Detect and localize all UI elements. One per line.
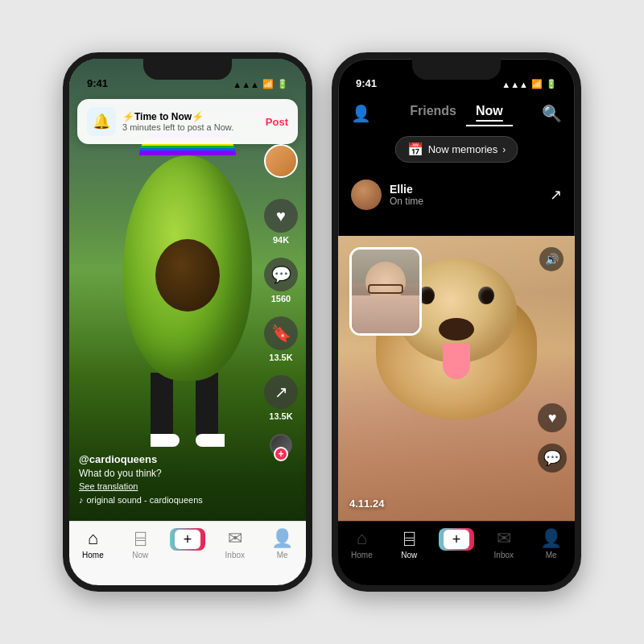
signal-icon-2: ▲▲▲ xyxy=(502,80,528,89)
photo-comment-button[interactable]: 💬 xyxy=(538,444,567,473)
notch-2 xyxy=(412,59,501,80)
status-time-2: 9:41 xyxy=(356,77,377,89)
video-sound-info: ♪ original sound - cardioqueens xyxy=(79,495,250,505)
nav-home-2[interactable]: ⌂ Home xyxy=(341,528,382,559)
notification-banner[interactable]: 🔔 ⚡Time to Now⚡ 3 minutes left to post a… xyxy=(77,99,298,144)
selfie-corner-photo xyxy=(349,247,422,336)
inbox-icon: ✉ xyxy=(228,528,242,549)
active-tab-underline xyxy=(476,120,503,122)
bottom-nav-1: ⌂ Home ⌸ Now + ✉ Inbox 👤 Me xyxy=(69,521,306,585)
creator-avatar-btn[interactable]: + xyxy=(264,144,298,178)
main-photo: 🔊 4.11.24 ♥ 💬 xyxy=(338,236,575,521)
video-info: @cardioqueens What do you think? See tra… xyxy=(79,453,250,505)
video-description: What do you think? xyxy=(79,468,250,479)
tab-friends[interactable]: Friends xyxy=(400,101,466,126)
friend-post-status: On time xyxy=(390,196,423,207)
bookmark-icon: 🔖 xyxy=(264,316,298,350)
leg-right xyxy=(196,373,218,437)
share-post-icon[interactable]: ↗ xyxy=(550,186,562,204)
me-label: Me xyxy=(277,551,288,559)
dog-eye-right xyxy=(478,287,494,304)
dog-nose xyxy=(439,318,474,341)
leg-left xyxy=(151,373,173,437)
now-label-2: Now xyxy=(401,551,417,559)
volume-icon[interactable]: 🔊 xyxy=(539,247,564,271)
friend-header: Ellie On time ↗ xyxy=(338,171,575,218)
me-icon-2: 👤 xyxy=(540,528,562,549)
creator-avatar xyxy=(264,144,298,178)
inbox-icon-2: ✉ xyxy=(497,528,511,549)
sound-name: original sound - cardioqueens xyxy=(87,495,203,505)
nav-home[interactable]: ⌂ Home xyxy=(72,528,113,559)
inbox-label-2: Inbox xyxy=(494,551,514,559)
now-icon: ⌸ xyxy=(135,528,146,549)
home-icon: ⌂ xyxy=(88,528,98,549)
friend-avatar xyxy=(351,180,382,210)
phone-1: 9:41 ▲▲▲ 📶 🔋 xyxy=(63,52,312,592)
nav-me-2[interactable]: 👤 Me xyxy=(531,528,572,559)
now-memories-button[interactable]: 📅 Now memories › xyxy=(395,136,518,163)
add-friend-icon[interactable]: 👤 xyxy=(351,104,371,123)
nav-inbox-2[interactable]: ✉ Inbox xyxy=(484,528,524,559)
comment-count: 1560 xyxy=(271,294,291,303)
friends-tab-label: Friends xyxy=(410,104,456,118)
post-now-button[interactable]: Post xyxy=(266,116,288,128)
shoe-left xyxy=(151,434,180,447)
selfie-body xyxy=(352,295,419,333)
now-tab-label: Now xyxy=(476,104,503,118)
calendar-icon: 📅 xyxy=(407,142,423,157)
share-button[interactable]: ↗ 13.5K xyxy=(264,375,298,421)
selfie-glasses xyxy=(368,284,403,294)
like-button[interactable]: ♥ 94K xyxy=(264,199,298,245)
avocado-figure xyxy=(107,123,268,477)
video-username: @cardioqueens xyxy=(79,453,250,465)
dog-tongue xyxy=(443,344,470,379)
phone-2: 9:41 ▲▲▲ 📶 🔋 👤 Friends Now 🔍 📅 Now memor… xyxy=(332,52,581,592)
avocado-body xyxy=(123,155,252,381)
top-nav-2: 👤 Friends Now 🔍 xyxy=(338,94,575,133)
shoe-right xyxy=(196,434,225,447)
friend-post-section: Ellie On time ↗ xyxy=(338,171,575,521)
battery-icon-1: 🔋 xyxy=(277,79,288,89)
share-icon: ↗ xyxy=(264,375,298,409)
friend-info: Ellie On time xyxy=(351,180,423,210)
nav-tabs: Friends Now xyxy=(400,101,513,126)
nav-plus[interactable]: + xyxy=(167,528,208,551)
now-icon-2: ⌸ xyxy=(404,528,415,549)
photo-like-button[interactable]: ♥ xyxy=(538,403,567,432)
nav-me[interactable]: 👤 Me xyxy=(262,528,303,559)
nav-plus-2[interactable]: + xyxy=(436,528,477,551)
status-icons-1: ▲▲▲ 📶 🔋 xyxy=(233,79,288,89)
home-label: Home xyxy=(82,551,104,559)
me-icon: 👤 xyxy=(271,528,293,549)
search-icon-2[interactable]: 🔍 xyxy=(542,104,562,123)
avocado-legs xyxy=(107,373,268,447)
tab-now[interactable]: Now xyxy=(466,101,513,126)
nav-now-2[interactable]: ⌸ Now xyxy=(389,528,429,559)
see-translation-link[interactable]: See translation xyxy=(79,481,250,491)
friend-name-block: Ellie On time xyxy=(390,183,423,207)
bookmark-count: 13.5K xyxy=(269,353,292,362)
like-count: 94K xyxy=(273,235,289,245)
bookmark-button[interactable]: 🔖 13.5K xyxy=(264,316,298,362)
photo-area: 🔊 4.11.24 ♥ 💬 xyxy=(338,236,575,521)
plus-button-2[interactable]: + xyxy=(439,528,474,551)
status-icons-2: ▲▲▲ 📶 🔋 xyxy=(502,79,557,89)
me-label-2: Me xyxy=(546,551,557,559)
now-label: Now xyxy=(132,551,148,559)
follow-plus-icon: + xyxy=(274,447,288,461)
like-icon: ♥ xyxy=(264,199,298,233)
comment-button[interactable]: 💬 1560 xyxy=(264,258,298,303)
nav-now[interactable]: ⌸ Now xyxy=(120,528,160,559)
battery-icon-2: 🔋 xyxy=(546,79,557,89)
notch-1 xyxy=(143,59,232,80)
home-label-2: Home xyxy=(351,551,373,559)
status-time-1: 9:41 xyxy=(87,77,108,89)
photo-actions: ♥ 💬 xyxy=(538,403,567,473)
bottom-nav-2: ⌂ Home ⌸ Now + ✉ Inbox 👤 Me xyxy=(338,521,575,585)
nav-inbox[interactable]: ✉ Inbox xyxy=(215,528,255,559)
friend-name: Ellie xyxy=(390,183,423,196)
action-buttons: + ♥ 94K 💬 1560 🔖 13.5K ↗ 13.5K xyxy=(264,144,298,456)
plus-button[interactable]: + xyxy=(170,528,205,551)
notif-bell-icon: 🔔 xyxy=(87,107,116,136)
